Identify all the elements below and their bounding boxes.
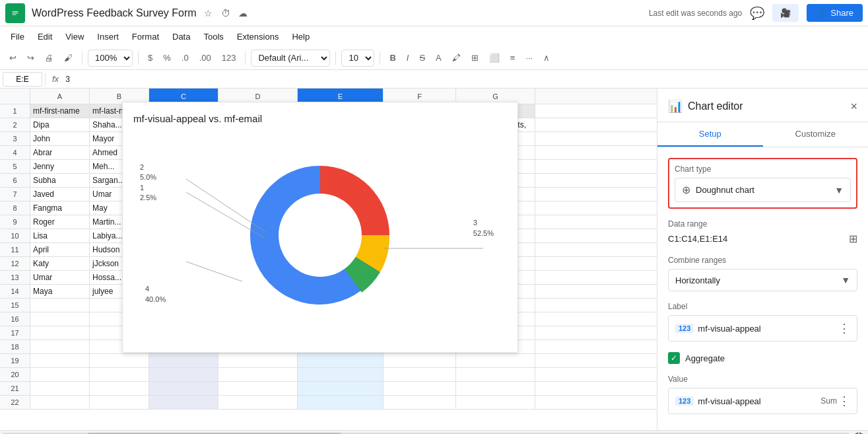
cell[interactable] bbox=[90, 368, 149, 381]
cell-ref-input[interactable] bbox=[3, 72, 42, 87]
menu-tools[interactable]: Tools bbox=[198, 29, 228, 44]
cell[interactable] bbox=[90, 354, 149, 367]
cell[interactable] bbox=[456, 382, 535, 395]
cell[interactable] bbox=[456, 396, 535, 409]
cell[interactable]: Fangma bbox=[30, 201, 90, 215]
bold-button[interactable]: B bbox=[385, 50, 399, 65]
format-123-button[interactable]: 123 bbox=[218, 50, 240, 65]
cloud-icon[interactable]: ☁ bbox=[236, 7, 250, 20]
cell[interactable]: April bbox=[30, 243, 90, 256]
cell[interactable] bbox=[218, 382, 298, 395]
cell[interactable] bbox=[30, 340, 90, 353]
cell[interactable] bbox=[149, 368, 218, 381]
menu-format[interactable]: Format bbox=[127, 29, 164, 44]
cell[interactable] bbox=[149, 382, 218, 395]
chart-overlay[interactable]: mf-visual-appeal vs. mf-email 2 5.0% 1 2… bbox=[122, 102, 518, 353]
cell[interactable] bbox=[218, 354, 298, 367]
cell[interactable] bbox=[149, 396, 218, 409]
editor-close-button[interactable]: × bbox=[850, 100, 857, 114]
cell[interactable] bbox=[298, 396, 384, 409]
cell[interactable] bbox=[30, 382, 90, 395]
cell[interactable] bbox=[30, 326, 90, 340]
horizontal-scrollbar[interactable]: ◀ ▶ bbox=[0, 430, 868, 434]
cell[interactable] bbox=[384, 354, 456, 367]
font-select[interactable]: Default (Ari... bbox=[251, 50, 330, 67]
cell[interactable]: mf-first-name bbox=[30, 104, 90, 118]
font-size-select[interactable]: 10 bbox=[341, 50, 374, 67]
menu-insert[interactable]: Insert bbox=[92, 29, 124, 44]
data-range-box: C1:C14,E1:E14 ⊞ bbox=[668, 233, 857, 245]
cell[interactable] bbox=[456, 368, 535, 381]
paint-format-button[interactable]: 🖌 bbox=[60, 50, 77, 65]
italic-button[interactable]: I bbox=[403, 50, 413, 65]
tab-customize[interactable]: Customize bbox=[763, 122, 869, 147]
grid-select-button[interactable]: ⊞ bbox=[849, 233, 857, 245]
scroll-right-arrow[interactable]: ▶ bbox=[859, 430, 865, 435]
dec-increase-button[interactable]: .00 bbox=[195, 50, 215, 65]
cell[interactable] bbox=[384, 382, 456, 395]
row-num: 7 bbox=[0, 188, 30, 201]
cell[interactable] bbox=[218, 396, 298, 409]
cell[interactable] bbox=[30, 299, 90, 312]
scroll-left-arrow[interactable]: ◀ bbox=[852, 430, 858, 435]
cell[interactable]: Dipa bbox=[30, 118, 90, 131]
print-button[interactable]: 🖨 bbox=[41, 50, 57, 65]
col-header-a[interactable]: A bbox=[30, 89, 90, 104]
cell[interactable] bbox=[30, 312, 90, 326]
cell[interactable] bbox=[218, 368, 298, 381]
cell[interactable] bbox=[298, 354, 384, 367]
more-toolbar[interactable]: ··· bbox=[521, 50, 537, 65]
cell[interactable]: Lisa bbox=[30, 229, 90, 242]
undo-button[interactable]: ↩ bbox=[5, 50, 20, 65]
menu-edit[interactable]: Edit bbox=[32, 29, 57, 44]
redo-button[interactable]: ↪ bbox=[23, 50, 38, 65]
comment-button[interactable]: 💬 bbox=[750, 6, 764, 20]
meet-button[interactable]: 🎥 bbox=[772, 4, 799, 22]
cell[interactable] bbox=[30, 354, 90, 367]
merge-button[interactable]: ⬜ bbox=[485, 50, 504, 65]
cell[interactable]: Maya bbox=[30, 285, 90, 298]
aggregate-checkbox[interactable]: ✓ bbox=[668, 352, 680, 364]
cell[interactable]: Jenny bbox=[30, 160, 90, 173]
borders-button[interactable]: ⊞ bbox=[467, 50, 483, 65]
cell[interactable] bbox=[149, 354, 218, 367]
menu-data[interactable]: Data bbox=[167, 29, 195, 44]
strikethrough-button[interactable]: S bbox=[415, 50, 429, 65]
tab-setup[interactable]: Setup bbox=[657, 122, 763, 147]
cell[interactable] bbox=[384, 368, 456, 381]
zoom-select[interactable]: 100% bbox=[88, 50, 133, 67]
menu-view[interactable]: View bbox=[60, 29, 89, 44]
menu-file[interactable]: File bbox=[5, 29, 30, 44]
cell[interactable] bbox=[30, 396, 90, 409]
label-more-button[interactable]: ⋮ bbox=[838, 321, 850, 336]
cell[interactable] bbox=[90, 382, 149, 395]
cell[interactable] bbox=[298, 368, 384, 381]
chart-type-select[interactable]: ⊕ Doughnut chart ▼ bbox=[675, 178, 851, 202]
combine-ranges-select[interactable]: Horizontally ▼ bbox=[668, 269, 857, 291]
cell[interactable] bbox=[30, 368, 90, 381]
menu-help[interactable]: Help bbox=[286, 29, 315, 44]
cell[interactable] bbox=[298, 382, 384, 395]
cell[interactable]: Abrar bbox=[30, 146, 90, 159]
cell[interactable] bbox=[384, 396, 456, 409]
text-color-button[interactable]: A bbox=[432, 50, 446, 65]
dec-decrease-button[interactable]: .0 bbox=[178, 50, 193, 65]
cell[interactable] bbox=[456, 354, 535, 367]
share-button[interactable]: 👤 Share bbox=[807, 4, 863, 22]
cell[interactable]: Umar bbox=[30, 271, 90, 284]
percent-button[interactable]: % bbox=[159, 50, 175, 65]
history-icon[interactable]: ⏱ bbox=[219, 7, 232, 20]
cell[interactable]: Subha bbox=[30, 174, 90, 187]
collapse-toolbar[interactable]: ∧ bbox=[539, 50, 554, 65]
cell[interactable]: Javed bbox=[30, 188, 90, 201]
star-icon[interactable]: ☆ bbox=[202, 7, 215, 20]
value-more-button[interactable]: ⋮ bbox=[838, 394, 850, 408]
cell[interactable]: Roger bbox=[30, 215, 90, 229]
cell[interactable] bbox=[90, 396, 149, 409]
currency-button[interactable]: $ bbox=[144, 50, 156, 65]
menu-extensions[interactable]: Extensions bbox=[232, 29, 284, 44]
highlight-button[interactable]: 🖍 bbox=[448, 50, 465, 65]
cell[interactable]: John bbox=[30, 132, 90, 145]
align-button[interactable]: ≡ bbox=[506, 50, 519, 65]
cell[interactable]: Katy bbox=[30, 257, 90, 270]
